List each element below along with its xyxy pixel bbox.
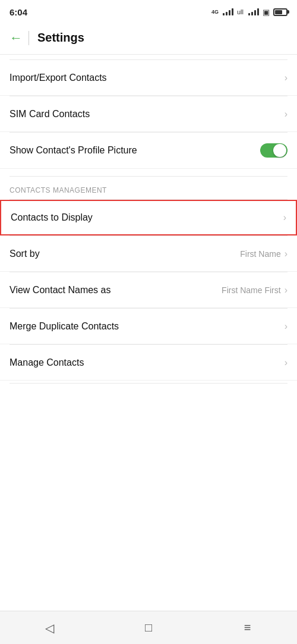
- profile-picture-label: Show Contact's Profile Picture: [10, 145, 260, 156]
- chevron-icon: ›: [285, 357, 287, 368]
- bottom-section-divider: [10, 383, 287, 384]
- chevron-icon: ›: [285, 109, 287, 120]
- header: ← Settings: [0, 21, 297, 55]
- status-bar: 6:04 4G ull ▣: [0, 0, 297, 21]
- merge-duplicates-label: Merge Duplicate Contacts: [10, 321, 285, 332]
- sim-card-label: SIM Card Contacts: [10, 109, 285, 120]
- bar4: [232, 8, 233, 15]
- manage-contacts-label: Manage Contacts: [10, 357, 285, 368]
- battery-fill: [275, 10, 282, 14]
- chevron-icon: ›: [285, 249, 287, 259]
- page-title: Settings: [37, 31, 84, 45]
- battery-icon: [273, 8, 287, 16]
- bar3: [254, 10, 256, 15]
- chevron-icon: ›: [285, 321, 287, 332]
- menu-item-import-export[interactable]: Import/Export Contacts ›: [0, 60, 297, 96]
- lte-label: 4G: [211, 9, 219, 15]
- menu-item-contacts-display[interactable]: Contacts to Display ›: [0, 200, 297, 235]
- signal-bars-2: [248, 8, 259, 15]
- toggle-knob: [273, 144, 286, 157]
- vibrate-icon: ▣: [263, 8, 270, 17]
- chevron-icon: ›: [283, 212, 286, 223]
- nav-menu-button[interactable]: ≡: [233, 614, 262, 642]
- menu-item-view-contact-names[interactable]: View Contact Names as First Name First ›: [0, 272, 297, 308]
- contacts-management-label: CONTACTS MANAGEMENT: [0, 177, 297, 199]
- menu-item-sim-card[interactable]: SIM Card Contacts ›: [0, 96, 297, 132]
- view-contact-names-label: View Contact Names as: [10, 285, 222, 296]
- menu-item-sort-by[interactable]: Sort by First Name ›: [0, 236, 297, 272]
- profile-picture-toggle[interactable]: [260, 143, 287, 158]
- signal-type: ull: [237, 8, 244, 15]
- chevron-icon: ›: [285, 73, 287, 83]
- signal-bars-1: [223, 8, 233, 15]
- import-export-label: Import/Export Contacts: [10, 73, 285, 83]
- back-button[interactable]: ←: [10, 30, 23, 46]
- menu-item-merge-duplicates[interactable]: Merge Duplicate Contacts ›: [0, 309, 297, 344]
- bar2: [226, 12, 228, 15]
- header-divider: [29, 31, 29, 45]
- menu-item-manage-contacts[interactable]: Manage Contacts ›: [0, 345, 297, 381]
- nav-back-button[interactable]: ◁: [35, 614, 64, 642]
- nav-home-button[interactable]: □: [134, 614, 163, 642]
- menu-item-profile-picture[interactable]: Show Contact's Profile Picture: [0, 133, 297, 169]
- bar3: [229, 10, 230, 15]
- status-time: 6:04: [10, 7, 27, 17]
- sort-by-label: Sort by: [10, 249, 240, 259]
- status-icons: 4G ull ▣: [211, 8, 287, 17]
- bar4: [257, 8, 259, 15]
- bar1: [248, 13, 250, 15]
- view-contact-names-value: First Name First: [222, 285, 281, 295]
- sort-by-value: First Name: [240, 249, 280, 259]
- contacts-display-label: Contacts to Display: [11, 212, 283, 223]
- bottom-nav: ◁ □ ≡: [0, 611, 297, 644]
- chevron-icon: ›: [285, 285, 287, 296]
- bar1: [223, 13, 225, 15]
- bar2: [251, 12, 253, 15]
